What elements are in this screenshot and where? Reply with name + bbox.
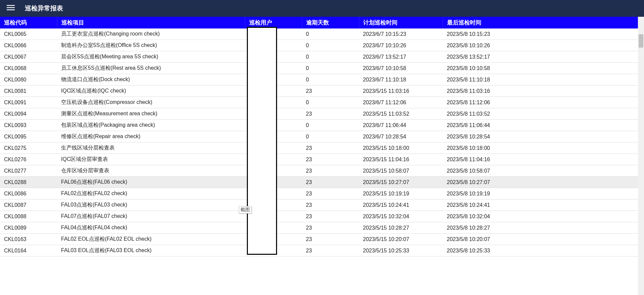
scrollbar-thumb[interactable] — [639, 34, 643, 48]
cell-code: CKL0067 — [0, 51, 57, 63]
cell-planned: 2023/5/15 11:03:52 — [359, 108, 443, 120]
table-row[interactable]: CKL0095维修区点巡检(Repair area check)02023/6/… — [0, 131, 638, 142]
col-header-project[interactable]: 巡检项目 — [57, 17, 245, 28]
cell-planned: 2023/5/15 11:03:16 — [359, 85, 443, 97]
cell-project: 空压机设备点巡检(Compressor check) — [57, 97, 245, 108]
table-row[interactable]: CKL0163FAL02 EOL点巡检(FAL02 EOL check)2320… — [0, 234, 638, 245]
cell-overdue: 23 — [302, 165, 359, 177]
cell-overdue: 0 — [302, 40, 359, 51]
cell-code: CKL0065 — [0, 28, 57, 40]
cell-code: CKL0095 — [0, 131, 57, 142]
cell-last: 2023/5/8 11:03:16 — [443, 85, 638, 97]
cell-last: 2023/5/8 10:18:00 — [443, 142, 638, 154]
table-row[interactable]: CKL0067晨会区5S点巡检(Meeting area 5S check)02… — [0, 51, 638, 63]
table-row[interactable]: CKL0288FAL06点巡检(FAL06 check)232023/5/15 … — [0, 177, 638, 188]
table-row[interactable]: CKL0066制造科办公室5S点巡检(Office 5S check)02023… — [0, 40, 638, 51]
cell-last: 2023/5/8 11:06:44 — [443, 120, 638, 131]
cell-last: 2023/5/8 10:28:54 — [443, 131, 638, 142]
cell-project: FAL07点巡检(FAL07 check) — [57, 211, 245, 222]
cell-last: 2023/5/8 11:03:52 — [443, 108, 638, 120]
cell-last: 2023/5/8 13:52:17 — [443, 51, 638, 63]
redaction-overlay — [247, 27, 277, 255]
cell-planned: 2023/6/7 10:10:26 — [359, 40, 443, 51]
cell-planned: 2023/6/7 10:15:23 — [359, 28, 443, 40]
vertical-scrollbar[interactable] — [638, 17, 644, 295]
table-row[interactable]: CKL0164FAL03 EOL点巡检(FAL03 EOL check)2320… — [0, 245, 638, 256]
table-row[interactable]: CKL0081IQC区域点巡检(IQC check)232023/5/15 11… — [0, 85, 638, 97]
table-row[interactable]: CKL0276IQC区域分层审查表232023/5/15 11:04:16202… — [0, 154, 638, 165]
svg-rect-1 — [7, 7, 15, 8]
cell-overdue: 23 — [302, 177, 359, 188]
table-row[interactable]: CKL0091空压机设备点巡检(Compressor check)02023/6… — [0, 97, 638, 108]
table-area: 巡检代码 巡检项目 巡检用户 逾期天数 计划巡检时间 最后巡检时间 CKL006… — [0, 17, 644, 295]
cell-last: 2023/5/8 10:15:23 — [443, 28, 638, 40]
cell-project: 制造科办公室5S点巡检(Office 5S check) — [57, 40, 245, 51]
cell-code: CKL0164 — [0, 245, 57, 256]
screenshot-badge: 截图 — [239, 206, 252, 214]
cell-overdue: 0 — [302, 28, 359, 40]
table-row[interactable]: CKL0086FAL02点巡检(FAL02 check)232023/5/15 … — [0, 188, 638, 199]
col-header-last[interactable]: 最后巡检时间 — [443, 17, 638, 28]
table-row[interactable]: CKL0093包装区域点巡检(Packaging area check)0202… — [0, 120, 638, 131]
cell-project: IQC区域点巡检(IQC check) — [57, 85, 245, 97]
col-header-overdue[interactable]: 逾期天数 — [302, 17, 359, 28]
cell-overdue: 23 — [302, 188, 359, 199]
table-row[interactable]: CKL0277仓库区域分层审查表232023/5/15 10:58:072023… — [0, 165, 638, 177]
cell-last: 2023/5/8 10:24:41 — [443, 199, 638, 211]
inspection-table: 巡检代码 巡检项目 巡检用户 逾期天数 计划巡检时间 最后巡检时间 CKL006… — [0, 17, 638, 256]
cell-overdue: 0 — [302, 97, 359, 108]
col-header-code[interactable]: 巡检代码 — [0, 17, 57, 28]
cell-code: CKL0089 — [0, 222, 57, 234]
cell-code: CKL0066 — [0, 40, 57, 51]
table-row[interactable]: CKL0088FAL07点巡检(FAL07 check)232023/5/15 … — [0, 211, 638, 222]
cell-project: 包装区域点巡检(Packaging area check) — [57, 120, 245, 131]
cell-code: CKL0088 — [0, 211, 57, 222]
table-row[interactable]: CKL0087FAL03点巡检(FAL03 check)232023/5/15 … — [0, 199, 638, 211]
cell-planned: 2023/5/15 10:18:00 — [359, 142, 443, 154]
cell-overdue: 0 — [302, 131, 359, 142]
cell-project: 员工更衣室点巡检(Changing room check) — [57, 28, 245, 40]
cell-code: CKL0087 — [0, 199, 57, 211]
cell-planned: 2023/5/15 10:25:33 — [359, 245, 443, 256]
table-row[interactable]: CKL0068员工休息区5S点巡检(Rest area 5S check)020… — [0, 63, 638, 74]
cell-code: CKL0163 — [0, 234, 57, 245]
cell-last: 2023/5/8 10:10:26 — [443, 40, 638, 51]
cell-code: CKL0275 — [0, 142, 57, 154]
cell-code: CKL0080 — [0, 74, 57, 85]
cell-planned: 2023/5/15 10:20:07 — [359, 234, 443, 245]
menu-icon[interactable] — [7, 4, 15, 13]
cell-planned: 2023/5/15 10:58:07 — [359, 165, 443, 177]
cell-code: CKL0068 — [0, 63, 57, 74]
cell-last: 2023/5/8 10:58:07 — [443, 165, 638, 177]
cell-project: 维修区点巡检(Repair area check) — [57, 131, 245, 142]
cell-code: CKL0288 — [0, 177, 57, 188]
cell-project: 仓库区域分层审查表 — [57, 165, 245, 177]
col-header-planned[interactable]: 计划巡检时间 — [359, 17, 443, 28]
table-row[interactable]: CKL0065员工更衣室点巡检(Changing room check)0202… — [0, 28, 638, 40]
table-row[interactable]: CKL0094测量区点巡检(Measurement area check)232… — [0, 108, 638, 120]
cell-project: 生产线区域分层检查表 — [57, 142, 245, 154]
cell-last: 2023/5/8 10:19:19 — [443, 188, 638, 199]
cell-planned: 2023/6/7 11:06:44 — [359, 120, 443, 131]
page-title: 巡检异常报表 — [25, 4, 63, 13]
app-header: 巡检异常报表 — [0, 0, 644, 17]
cell-last: 2023/5/8 11:04:16 — [443, 154, 638, 165]
cell-project: FAL02点巡检(FAL02 check) — [57, 188, 245, 199]
cell-last: 2023/5/8 10:10:58 — [443, 63, 638, 74]
cell-last: 2023/5/8 11:10:18 — [443, 74, 638, 85]
table-body: CKL0065员工更衣室点巡检(Changing room check)0202… — [0, 28, 638, 256]
cell-overdue: 0 — [302, 120, 359, 131]
table-row[interactable]: CKL0275生产线区域分层检查表232023/5/15 10:18:00202… — [0, 142, 638, 154]
cell-overdue: 23 — [302, 234, 359, 245]
cell-overdue: 0 — [302, 74, 359, 85]
table-row[interactable]: CKL0089FAL04点巡检(FAL04 check)232023/5/15 … — [0, 222, 638, 234]
cell-project: 员工休息区5S点巡检(Rest area 5S check) — [57, 63, 245, 74]
cell-overdue: 23 — [302, 199, 359, 211]
cell-overdue: 0 — [302, 63, 359, 74]
cell-code: CKL0091 — [0, 97, 57, 108]
cell-last: 2023/5/8 10:25:33 — [443, 245, 638, 256]
cell-overdue: 23 — [302, 108, 359, 120]
cell-overdue: 23 — [302, 211, 359, 222]
cell-code: CKL0081 — [0, 85, 57, 97]
table-row[interactable]: CKL0080物流道口点巡检(Dock check)02023/6/7 11:1… — [0, 74, 638, 85]
